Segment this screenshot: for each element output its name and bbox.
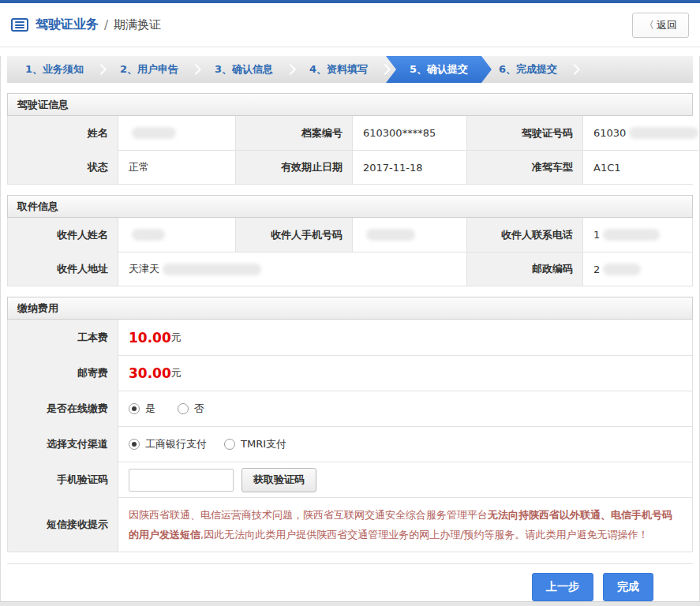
postage-fee-unit: 元 [171,366,182,380]
postal-code-value: 2 [583,252,692,286]
redacted-license-no [629,127,698,139]
online-payment-options: 是 否 [118,391,692,426]
tab-step-6[interactable]: 6、完成提交 [481,56,575,83]
back-chevron-icon: 〈 [644,18,654,32]
name-label: 姓名 [8,116,118,150]
back-button[interactable]: 〈 返回 [632,13,689,38]
radio-channel-tmri[interactable]: TMRI支付 [224,437,286,451]
redacted-recipient-mobile [366,229,415,241]
tab-step-2[interactable]: 2、用户申告 [102,56,197,83]
payment-channel-options: 工商银行支付 TMRI支付 [118,426,692,462]
payment-channel-label: 选择支付渠道 [8,426,118,462]
bottom-strip [0,601,700,606]
production-fee-amount: 10.00 [129,330,171,346]
recipient-address-label: 收件人地址 [8,252,118,286]
payment-section-title: 缴纳费用 [7,297,693,320]
back-button-label: 返回 [657,18,677,32]
postage-fee-amount: 30.00 [129,365,171,381]
previous-step-button[interactable]: 上一步 [532,573,593,601]
recipient-address-value: 天津天 [118,252,467,286]
page-title: 驾驶证业务 [36,17,99,33]
step-tabs: 1、业务须知 2、用户申告 3、确认信息 4、资料填写 5、确认提交 6、完成提… [7,56,693,83]
finish-button[interactable]: 完成 [603,573,653,601]
redacted-recipient-address [163,264,261,275]
recipient-name-value [118,218,236,252]
license-section-title: 驾驶证信息 [7,93,693,116]
valid-until-label: 有效期止日期 [236,150,353,184]
radio-unselected-icon[interactable] [224,439,235,450]
radio-selected-icon[interactable] [129,439,140,450]
pickup-section-title: 取件信息 [7,195,693,218]
recipient-mobile-value [353,218,467,252]
license-no-value: 61030 [583,116,698,150]
postal-code-label: 邮政编码 [467,252,583,286]
sms-code-input[interactable] [129,469,234,492]
tab-step-3[interactable]: 3、确认信息 [197,56,291,83]
radio-unselected-icon[interactable] [178,403,189,414]
license-info-section: 驾驶证信息 姓名 档案编号 610300****85 驾驶证号码 61030 状… [7,93,693,185]
tab-step-4[interactable]: 4、资料填写 [291,56,386,83]
license-no-label: 驾驶证号码 [467,116,583,150]
redacted-postal-code [603,264,641,275]
redacted-recipient-phone [603,229,660,241]
recipient-name-label: 收件人姓名 [8,218,118,252]
breadcrumb-current: 期满换证 [114,17,161,32]
file-no-value: 610300****85 [353,116,467,150]
get-sms-code-button[interactable]: 获取验证码 [241,468,316,492]
sms-notice-label: 短信接收提示 [8,497,118,552]
page-header: 驾驶证业务 / 期满换证 〈 返回 [0,3,700,47]
recipient-phone-label: 收件人联系电话 [467,218,583,252]
radio-selected-icon[interactable] [129,403,140,414]
tab-step-1[interactable]: 1、业务须知 [7,56,102,83]
status-label: 状态 [8,150,118,184]
pickup-info-section: 取件信息 收件人姓名 收件人手机号码 收件人联系电话 1 收件人地址 天津天 邮… [7,195,693,286]
production-fee-label: 工本费 [8,320,118,355]
redacted-recipient-name [132,229,165,241]
production-fee-unit: 元 [171,331,182,345]
redacted-name [132,127,176,139]
payment-section: 缴纳费用 工本费 10.00元 邮寄费 30.00元 是否在线缴费 是 [7,297,693,552]
file-no-label: 档案编号 [236,116,353,150]
recipient-phone-value: 1 [583,218,692,252]
online-payment-label: 是否在线缴费 [8,391,118,426]
tab-step-5-active[interactable]: 5、确认提交 [386,56,492,83]
document-list-icon [11,18,28,32]
breadcrumb-separator: / [104,18,108,32]
recipient-mobile-label: 收件人手机号码 [236,218,353,252]
radio-online-yes[interactable]: 是 [129,402,155,416]
production-fee-value: 10.00元 [118,320,692,355]
name-value [118,116,236,150]
sms-notice-text: 因陕西省联通、电信运营商技术问题，陕西省互联网交通安全综合服务管理平台无法向持陕… [118,497,692,552]
radio-online-no[interactable]: 否 [178,402,204,416]
vehicle-class-value: A1C1 [583,150,698,184]
postage-fee-value: 30.00元 [118,355,692,391]
status-value: 正常 [118,150,236,184]
sms-code-row: 获取验证码 [118,462,692,497]
content-frame: 1、业务须知 2、用户申告 3、确认信息 4、资料填写 5、确认提交 6、完成提… [0,56,700,606]
postage-fee-label: 邮寄费 [8,355,118,391]
sms-code-label: 手机验证码 [8,462,118,497]
footer-actions: 上一步 完成 [7,563,693,601]
valid-until-value: 2017-11-18 [353,150,467,184]
radio-channel-icbc[interactable]: 工商银行支付 [129,437,207,451]
vehicle-class-label: 准驾车型 [467,150,583,184]
